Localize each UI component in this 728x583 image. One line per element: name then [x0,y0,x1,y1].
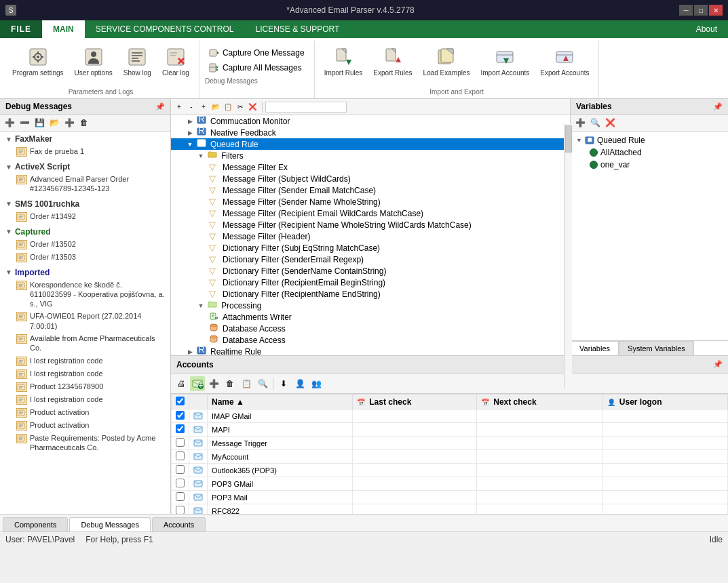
export-accounts-button[interactable]: Export Accounts [536,43,593,80]
menu-service[interactable]: SERVICE COMPONENTS CONTROL [85,20,245,38]
myaccount-checkbox[interactable] [176,451,185,460]
tree-btn-6[interactable]: ✂ [235,102,246,113]
debug-item-order-activex[interactable]: Advanced Email Parser Order #123456789-1… [0,173,170,195]
accounts-pin[interactable]: 📌 [713,360,723,369]
col-lastcheck[interactable]: 📅 Last check [353,395,477,409]
acc-del-btn[interactable]: 🗑 [223,376,237,391]
tab-system-variables[interactable]: System Variables [619,341,694,355]
tree-btn-4[interactable]: 📂 [210,102,221,113]
mapi-checkbox[interactable] [176,424,185,433]
tree-item-filters[interactable]: ▼ Filters [171,150,570,161]
import-accounts-button[interactable]: Import Accounts [477,43,534,80]
tree-btn-2[interactable]: - [186,102,197,113]
col-nextcheck[interactable]: 📅 Next check [477,395,603,409]
acc-users-btn[interactable]: 👥 [309,376,324,391]
filter-sender-name[interactable]: ▽ Message Filter (Sender Name WholeStrin… [206,196,570,207]
filter-sender-email[interactable]: ▽ Message Filter (Sender Email MatchCase… [206,184,570,196]
rfc822-checkbox[interactable] [176,506,185,514]
acc-row-rfc822[interactable]: RFC822 [172,504,728,515]
debug-item-lost2[interactable]: I lost registration code [0,367,170,380]
acc-copy-btn[interactable]: 📋 [239,376,254,391]
acc-print-btn[interactable]: 🖨 [174,376,189,391]
acc-search-btn[interactable]: 🔍 [255,376,270,391]
menu-about[interactable]: About [685,20,728,38]
filter-recip-email[interactable]: ▽ Message Filter (Recipient Email WildCa… [206,207,570,219]
user-options-button[interactable]: User options [71,43,117,80]
dict-filter-subj[interactable]: ▽ Dictionary Filter (Subj EqString Match… [206,242,570,254]
tab-components[interactable]: Components [3,517,68,531]
debug-item-order13492[interactable]: Order #13492 [0,210,170,223]
tree-item-negative[interactable]: ▶ R Neative Feedback [171,127,570,138]
tab-debug-messages[interactable]: Debug Messages [69,517,151,531]
debug-item-order13503[interactable]: Order #13503 [0,251,170,264]
minimize-button[interactable]: ─ [679,5,693,16]
capture-one-button[interactable]: Capture One Message [205,46,309,60]
tree-scrollbar[interactable] [564,124,571,355]
col-name[interactable]: Name ▲ [208,395,353,409]
program-settings-button[interactable]: Program settings [8,43,68,80]
capture-all-button[interactable]: Capture All Messages [205,61,309,75]
debug-section-imported-header[interactable]: ▼ Imported [0,266,170,279]
filter-recip-name[interactable]: ▽ Message Filter (Recipient Name WholeSt… [206,219,570,230]
acc-row-myaccount[interactable]: MyAccount [172,450,728,464]
tab-accounts[interactable]: Accounts [152,517,206,531]
debug-add2-btn[interactable]: ➕ [62,116,76,129]
tree-btn-7[interactable]: ❌ [247,102,258,113]
acc-user-btn[interactable]: 👤 [292,376,307,391]
tree-search-input[interactable] [265,102,347,113]
acc-row-pop3mail[interactable]: POP3 Mail [172,491,728,504]
debug-item-order13502[interactable]: Order #13502 [0,238,170,251]
tree-item-processing[interactable]: ▼ Processing [171,300,570,311]
select-all-checkbox[interactable] [176,397,185,405]
debug-item-prod-act2[interactable]: Product activation [0,419,170,432]
dict-filter-recipname[interactable]: ▽ Dictionary Filter (RecipientName EndSt… [206,288,570,300]
debug-del-btn[interactable]: 🗑 [77,116,91,129]
acc-add-btn[interactable]: ➕ [206,376,221,391]
filter-header[interactable]: ▽ Message Filter (Header) [206,230,570,242]
debug-panel-pin[interactable]: 📌 [155,102,165,111]
debug-save-btn[interactable]: 💾 [33,116,46,129]
acc-row-msgtrigger[interactable]: Message Trigger [172,437,728,450]
dict-filter-senderemail[interactable]: ▽ Dictionary Filter (SenderEmail Regexp) [206,254,570,265]
debug-section-activex-header[interactable]: ▼ ActiveX Script [0,161,170,173]
export-rules-button[interactable]: Export Rules [369,43,416,80]
acc-row-imap[interactable]: IMAP GMail [172,409,728,423]
clear-log-button[interactable]: Clear log [158,43,193,80]
pop3gmail-checkbox[interactable] [176,479,185,487]
attach-writer[interactable]: + Attachments Writer [206,311,570,323]
var-item-allattached[interactable]: AllAttached [573,146,725,159]
col-userlogon[interactable]: 👤 User logon [602,395,727,409]
debug-section-sms-header[interactable]: ▼ SMS 1001ruchka [0,198,170,210]
tree-item-queued-rule[interactable]: ▼ Queued Rule [171,138,570,150]
menu-file[interactable]: FILE [0,20,42,38]
acc-row-mapi[interactable]: MAPI [172,423,728,437]
tree-btn-5[interactable]: 📋 [223,102,233,113]
close-button[interactable]: ✕ [709,5,723,16]
imap-checkbox[interactable] [176,411,185,420]
tab-variables[interactable]: Variables [571,341,619,355]
var-add-btn[interactable]: ➕ [573,116,587,129]
debug-minus-btn[interactable]: ➖ [18,116,31,129]
debug-item-fax1[interactable]: Fax de prueba 1 [0,145,170,158]
msgtrigger-checkbox[interactable] [176,438,185,447]
show-log-button[interactable]: Show log [119,43,155,80]
load-examples-button[interactable]: Load Examples [419,43,474,80]
outlook365-checkbox[interactable] [176,465,185,474]
acc-row-outlook365[interactable]: Outlook365 (POP3) [172,464,728,477]
debug-section-captured-header[interactable]: ▼ Captured [0,226,170,238]
import-rules-button[interactable]: Import Rules [320,43,367,80]
debug-item-ufa[interactable]: UFA-OWIE01 Report (27.02.2014 7:00:01) [0,310,170,332]
debug-item-lost1[interactable]: I lost registration code [0,355,170,367]
debug-item-koresp[interactable]: Korespondence ke škodě č. 6110023599 - K… [0,279,170,310]
dict-filter-sendername[interactable]: ▽ Dictionary Filter (SenderName ContainS… [206,265,570,277]
pop3mail-checkbox[interactable] [176,492,185,501]
tree-btn-1[interactable]: + [174,102,185,113]
debug-item-acme[interactable]: Available from Acme Pharmaceuticals Co. [0,332,170,355]
debug-item-lost3[interactable]: I lost registration code [0,393,170,406]
debug-item-paste[interactable]: Paste Requirements: Posted by Acme Pharm… [0,432,170,454]
tree-scrollbar-thumb[interactable] [565,125,571,153]
debug-item-product12345[interactable]: Product 12345678900 [0,380,170,393]
title-bar-controls[interactable]: ─ □ ✕ [679,5,723,16]
maximize-button[interactable]: □ [694,5,708,16]
tree-item-communication[interactable]: ▶ R Commucation Monitor [171,115,570,127]
